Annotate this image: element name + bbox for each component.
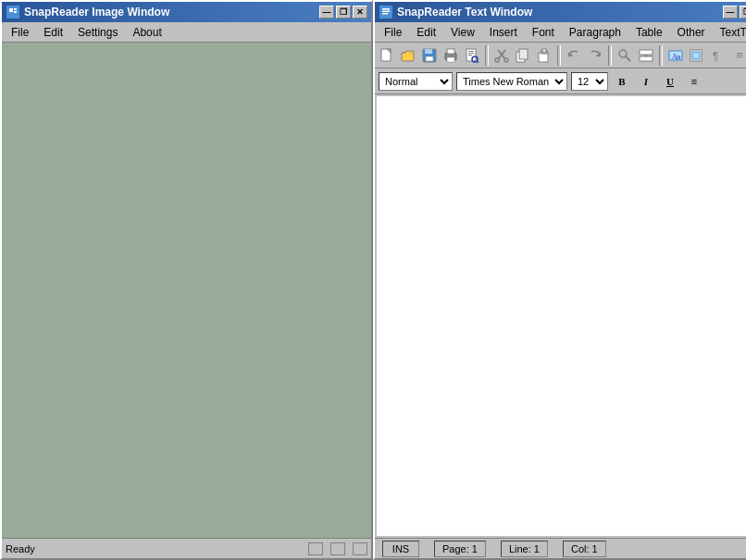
right-menu-table[interactable]: Table: [628, 24, 670, 41]
right-menu-insert[interactable]: Insert: [482, 24, 525, 41]
svg-rect-18: [468, 51, 474, 52]
left-window: SnapReader Image Window — ❐ ✕ File Edit …: [0, 0, 373, 560]
svg-rect-1: [9, 8, 13, 12]
page-status: Page: 1: [434, 541, 486, 557]
left-status-indicator3: [353, 542, 367, 555]
right-menu-other[interactable]: Other: [670, 24, 713, 41]
svg-rect-6: [382, 11, 390, 13]
left-status-indicator2: [330, 542, 345, 555]
right-menubar: File Edit View Insert Font Paragraph Tab…: [375, 22, 746, 43]
left-restore-button[interactable]: ❐: [336, 6, 351, 19]
save-button[interactable]: [419, 45, 440, 66]
right-menu-texttospeech[interactable]: TextToSp: [713, 24, 746, 41]
svg-rect-15: [447, 49, 454, 54]
left-titlebar-left: SnapReader Image Window: [6, 5, 169, 19]
print-preview-button[interactable]: [462, 45, 482, 66]
font-size-select[interactable]: 12: [571, 72, 608, 91]
right-menu-font[interactable]: Font: [525, 24, 562, 41]
copy-button[interactable]: [513, 45, 533, 66]
svg-rect-20: [468, 55, 472, 56]
replace-button[interactable]: [636, 45, 656, 66]
cut-button[interactable]: [491, 45, 512, 66]
right-menu-edit[interactable]: Edit: [409, 24, 443, 41]
right-minimize-button[interactable]: —: [723, 6, 738, 19]
svg-rect-41: [692, 52, 700, 59]
undo-button[interactable]: [564, 45, 584, 66]
left-close-button[interactable]: ✕: [353, 6, 367, 19]
line-status: Line: 1: [501, 541, 548, 557]
new-button[interactable]: [377, 45, 397, 66]
toolbar-sep-3: [608, 45, 612, 66]
left-status-indicator1: [308, 542, 323, 555]
left-status-text: Ready: [6, 543, 301, 554]
right-titlebar-controls: — ❐ ✕: [723, 6, 746, 19]
svg-rect-3: [14, 11, 17, 13]
font-select[interactable]: Times New Roman: [456, 72, 567, 91]
svg-rect-35: [640, 56, 653, 61]
left-menu-edit[interactable]: Edit: [36, 24, 70, 41]
special-btn-3[interactable]: ¶: [708, 45, 728, 66]
right-titlebar-left: SnapReader Text Window: [379, 5, 532, 19]
svg-rect-34: [640, 50, 653, 55]
svg-text:a: a: [677, 53, 681, 61]
left-minimize-button[interactable]: —: [319, 6, 334, 19]
right-window-icon: [379, 5, 393, 19]
svg-line-22: [477, 61, 479, 63]
text-content[interactable]: [377, 96, 746, 536]
left-menu-file[interactable]: File: [4, 24, 36, 41]
svg-rect-16: [447, 57, 454, 62]
svg-rect-5: [382, 8, 390, 10]
svg-line-33: [626, 56, 630, 61]
svg-rect-13: [426, 56, 433, 61]
toolbar-sep-2: [557, 45, 561, 66]
svg-rect-7: [382, 13, 388, 15]
right-titlebar: SnapReader Text Window — ❐ ✕: [375, 2, 746, 22]
right-menu-view[interactable]: View: [443, 24, 482, 41]
right-menu-file[interactable]: File: [377, 24, 409, 41]
text-content-area[interactable]: [377, 96, 746, 536]
open-button[interactable]: [398, 45, 418, 66]
left-window-icon: [6, 5, 20, 19]
svg-point-32: [619, 50, 627, 57]
main-toolbar: A a ¶ ≡: [375, 43, 746, 68]
right-window: SnapReader Text Window — ❐ ✕ File Edit V…: [373, 0, 746, 560]
format-toolbar: Normal Times New Roman 12 B I U ≡: [375, 68, 746, 94]
paste-button[interactable]: [534, 45, 554, 66]
svg-rect-2: [14, 8, 17, 10]
underline-button[interactable]: U: [660, 72, 680, 91]
italic-button[interactable]: I: [636, 72, 656, 91]
left-menubar: File Edit Settings About: [2, 22, 371, 43]
svg-rect-31: [542, 49, 546, 52]
redo-button[interactable]: [585, 45, 605, 66]
svg-rect-12: [425, 49, 432, 54]
left-menu-settings[interactable]: Settings: [70, 24, 125, 41]
image-content-area: [2, 43, 371, 538]
bold-button[interactable]: B: [612, 72, 632, 91]
right-menu-paragraph[interactable]: Paragraph: [562, 24, 628, 41]
left-titlebar-controls: — ❐ ✕: [319, 6, 367, 19]
toolbar-sep-1: [485, 45, 489, 66]
right-statusbar: INS Page: 1 Line: 1 Col: 1: [375, 538, 746, 558]
svg-text:¶: ¶: [713, 50, 718, 63]
left-statusbar: Ready: [2, 538, 371, 558]
print-button[interactable]: [441, 45, 461, 66]
left-titlebar: SnapReader Image Window — ❐ ✕: [2, 2, 371, 22]
right-restore-button[interactable]: ❐: [740, 6, 746, 19]
special-btn-2[interactable]: [687, 45, 707, 66]
style-select[interactable]: Normal: [379, 72, 453, 91]
left-window-title: SnapReader Image Window: [24, 6, 169, 19]
ins-status: INS: [382, 541, 419, 557]
svg-point-25: [495, 58, 499, 62]
svg-point-26: [504, 58, 508, 62]
svg-rect-28: [519, 49, 528, 59]
right-window-title: SnapReader Text Window: [397, 6, 532, 19]
left-menu-about[interactable]: About: [125, 24, 168, 41]
svg-rect-19: [468, 53, 474, 54]
special-btn-1[interactable]: A a: [665, 45, 686, 66]
toolbar-sep-4: [659, 45, 663, 66]
col-status: Col: 1: [563, 541, 606, 557]
find-button[interactable]: [615, 45, 635, 66]
align-button[interactable]: ≡: [684, 72, 704, 91]
special-btn-4[interactable]: ≡: [729, 45, 746, 66]
